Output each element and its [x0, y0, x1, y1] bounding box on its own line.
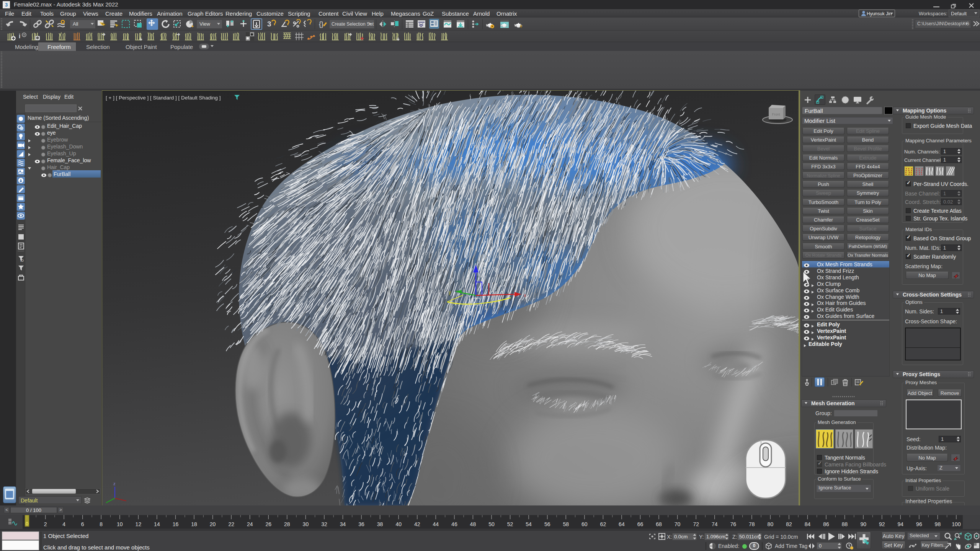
svg-text:78: 78	[749, 521, 755, 527]
svg-text:i: i	[19, 33, 20, 39]
svg-text:10: 10	[117, 521, 123, 527]
svg-text:{}: {}	[319, 20, 323, 28]
svg-text:z: z	[113, 481, 116, 486]
svg-text:[ + ] [ Perspective ] [ Standa: [ + ] [ Perspective ] [ Standard ] [ Def…	[106, 95, 221, 101]
svg-text:82: 82	[786, 521, 792, 527]
svg-text:56: 56	[544, 521, 550, 527]
svg-text:52: 52	[507, 521, 513, 527]
svg-text:36: 36	[358, 521, 364, 527]
svg-text:72: 72	[693, 521, 699, 527]
svg-text:80: 80	[768, 521, 774, 527]
svg-text:42: 42	[414, 521, 420, 527]
svg-text:3: 3	[267, 20, 271, 28]
svg-text:50: 50	[488, 521, 495, 527]
svg-text:6: 6	[81, 521, 84, 527]
svg-text:18: 18	[191, 521, 197, 527]
svg-text:14: 14	[154, 521, 160, 527]
svg-text:76: 76	[730, 521, 737, 527]
svg-text:92: 92	[879, 521, 885, 527]
svg-text:4: 4	[62, 521, 65, 527]
svg-text:90: 90	[860, 521, 866, 527]
svg-text:46: 46	[451, 521, 457, 527]
svg-text:26: 26	[266, 521, 272, 527]
svg-text:74: 74	[712, 521, 718, 527]
svg-text:16: 16	[173, 521, 179, 527]
svg-text:68: 68	[656, 521, 662, 527]
svg-text:88: 88	[842, 521, 848, 527]
svg-text:94: 94	[898, 521, 904, 527]
svg-text:30: 30	[303, 521, 309, 527]
svg-text:66: 66	[637, 521, 644, 527]
svg-text:y: y	[449, 289, 451, 295]
svg-text:40: 40	[395, 521, 402, 527]
svg-text:64: 64	[619, 521, 625, 527]
svg-text:0: 0	[26, 521, 28, 527]
svg-text:62: 62	[600, 521, 606, 527]
svg-text:48: 48	[470, 521, 476, 527]
svg-text:22: 22	[228, 521, 234, 527]
svg-text:84: 84	[805, 521, 811, 527]
svg-text:98: 98	[935, 521, 941, 527]
svg-text:54: 54	[526, 521, 532, 527]
svg-text:Front: Front	[772, 112, 780, 116]
svg-text:20: 20	[210, 521, 216, 527]
svg-text:44: 44	[433, 521, 439, 527]
svg-text:24: 24	[247, 521, 253, 527]
svg-text:38: 38	[377, 521, 383, 527]
svg-text:8: 8	[100, 521, 103, 527]
svg-text:34: 34	[340, 521, 346, 527]
svg-text:86: 86	[823, 521, 829, 527]
svg-text:32: 32	[321, 521, 327, 527]
svg-text:70: 70	[675, 521, 681, 527]
svg-text:58: 58	[563, 521, 569, 527]
svg-text:12: 12	[136, 521, 142, 527]
svg-text:x: x	[524, 292, 526, 298]
svg-text:2: 2	[44, 521, 47, 527]
svg-text:28: 28	[284, 521, 290, 527]
svg-text:60: 60	[581, 521, 588, 527]
svg-text:ID: ID	[20, 259, 24, 262]
svg-text:3: 3	[5, 2, 8, 8]
svg-text:96: 96	[916, 521, 922, 527]
svg-text:100: 100	[952, 521, 961, 527]
